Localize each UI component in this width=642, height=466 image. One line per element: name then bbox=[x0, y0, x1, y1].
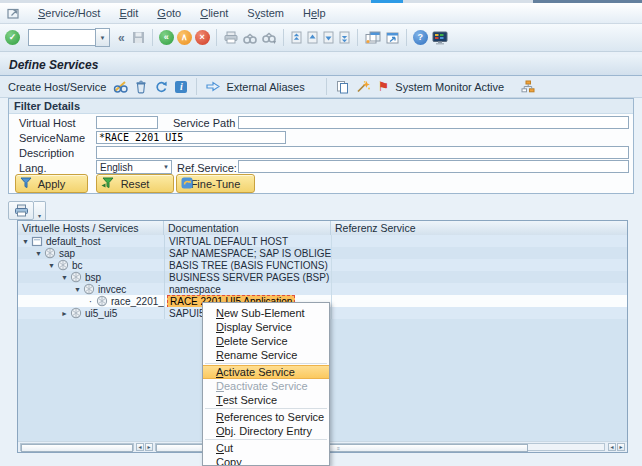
menu-item-activate-service[interactable]: Activate Service bbox=[203, 365, 329, 379]
reset-button[interactable]: Reset bbox=[96, 174, 174, 193]
expander-open-icon[interactable]: ▼ bbox=[72, 286, 83, 293]
table-row-default-host[interactable]: ▼ default_host VIRTUAL DEFAULT HOST bbox=[18, 235, 627, 247]
page-up-icon[interactable] bbox=[306, 30, 319, 45]
menu-item-display-service[interactable]: Display Service bbox=[203, 320, 329, 334]
menu-separator bbox=[205, 439, 327, 440]
referenz-cell bbox=[331, 247, 627, 259]
column-header-hosts-services[interactable]: Virtuelle Hosts / Services bbox=[18, 221, 164, 235]
save-icon[interactable] bbox=[131, 30, 146, 45]
system-toolbar: ✓ ▼ « « ∧ × ? bbox=[0, 24, 642, 52]
create-shortcut-icon[interactable] bbox=[385, 30, 400, 45]
last-page-icon[interactable] bbox=[338, 30, 351, 45]
scroll-right-icon[interactable]: ► bbox=[617, 443, 625, 451]
tree-column-scrollbar[interactable] bbox=[20, 443, 134, 451]
print-options-dropdown-icon[interactable]: ▾ bbox=[34, 201, 46, 221]
menu-item-references-to-service[interactable]: References to Service bbox=[203, 410, 329, 424]
page-down-icon[interactable] bbox=[322, 30, 335, 45]
expander-open-icon[interactable]: ▼ bbox=[33, 250, 44, 257]
service-path-input[interactable] bbox=[238, 116, 629, 129]
cancel-icon[interactable]: × bbox=[195, 30, 210, 45]
menu-item-copy[interactable]: Copy bbox=[203, 455, 329, 466]
back-icon[interactable]: « bbox=[159, 30, 174, 45]
filter-details-title: Filter Details bbox=[9, 99, 633, 114]
collapse-toolbar-icon[interactable]: « bbox=[118, 31, 125, 45]
fine-tune-button[interactable]: Fine-Tune bbox=[176, 174, 255, 193]
virtual-host-input[interactable] bbox=[96, 116, 158, 129]
change-display-icon[interactable] bbox=[111, 79, 129, 94]
menu-service-host[interactable]: Service/Host bbox=[36, 6, 102, 20]
info-icon[interactable]: i bbox=[174, 80, 188, 94]
expander-open-icon[interactable]: ▼ bbox=[46, 262, 57, 269]
wizard-wand-icon[interactable] bbox=[355, 79, 372, 94]
virtual-host-label: Virtual Host bbox=[19, 117, 76, 129]
toolbar-separator bbox=[216, 29, 217, 46]
system-monitor-active-label: System Monitor Active bbox=[395, 81, 504, 93]
expander-open-icon[interactable]: ▼ bbox=[20, 238, 31, 245]
menu-system[interactable]: System bbox=[245, 6, 286, 20]
expander-open-icon[interactable]: ▼ bbox=[59, 274, 70, 281]
help-icon[interactable]: ? bbox=[413, 30, 428, 45]
find-icon[interactable] bbox=[242, 31, 258, 45]
description-input[interactable] bbox=[96, 146, 629, 159]
filter-details-box: Filter Details Virtual Host Service Path… bbox=[8, 98, 634, 194]
hierarchy-icon[interactable] bbox=[520, 79, 536, 94]
command-input[interactable] bbox=[28, 29, 95, 46]
apply-button[interactable]: Apply bbox=[15, 174, 88, 193]
system-menu-icon[interactable] bbox=[6, 6, 21, 20]
enter-icon[interactable]: ✓ bbox=[5, 30, 20, 45]
table-row-invcec[interactable]: ▼ invcec namespace bbox=[18, 283, 627, 295]
create-host-service-button[interactable]: Create Host/Service bbox=[8, 81, 106, 93]
service-icon bbox=[83, 283, 95, 295]
new-session-icon[interactable] bbox=[364, 30, 382, 45]
menu-separator bbox=[205, 408, 327, 409]
ref-service-input[interactable] bbox=[238, 160, 629, 173]
menu-help[interactable]: Help bbox=[301, 6, 328, 20]
scroll-left-icon[interactable]: ◄ bbox=[136, 443, 144, 451]
toolbar-separator bbox=[152, 29, 153, 46]
print-table-icon[interactable] bbox=[8, 201, 34, 220]
chevron-down-icon: ▼ bbox=[163, 164, 171, 170]
menu-item-test-service[interactable]: Test Service bbox=[203, 393, 329, 407]
find-next-icon[interactable] bbox=[261, 31, 277, 45]
external-aliases-arrow-icon[interactable] bbox=[205, 80, 221, 93]
menu-client[interactable]: Client bbox=[198, 6, 230, 20]
toolbar-separator bbox=[196, 78, 197, 95]
table-row-sap[interactable]: ▼ sap SAP NAMESPACE; SAP IS OBLIGED NOT … bbox=[18, 247, 627, 259]
referenz-cell bbox=[331, 295, 627, 307]
delete-trash-icon[interactable] bbox=[134, 79, 148, 95]
menu-item-rename-service[interactable]: Rename Service bbox=[203, 348, 329, 362]
leaf-dot-icon: · bbox=[85, 296, 96, 307]
host-icon bbox=[31, 236, 43, 247]
expander-closed-icon[interactable]: ► bbox=[59, 310, 70, 317]
scrollbar-thumb[interactable] bbox=[21, 444, 133, 452]
service-icon bbox=[96, 295, 108, 307]
reset-filter-icon bbox=[101, 177, 114, 189]
command-dropdown-icon[interactable]: ▼ bbox=[95, 28, 110, 47]
table-row-bc[interactable]: ▼ bc BASIS TREE (BASIS FUNCTIONS) bbox=[18, 259, 627, 271]
print-icon[interactable] bbox=[223, 30, 239, 45]
menu-edit[interactable]: Edit bbox=[117, 6, 140, 20]
menu-goto[interactable]: Goto bbox=[155, 6, 183, 20]
context-menu: New Sub-Element Display Service Delete S… bbox=[202, 302, 330, 466]
menu-item-delete-service[interactable]: Delete Service bbox=[203, 334, 329, 348]
service-name-input[interactable] bbox=[96, 131, 286, 144]
language-select[interactable]: English▼ bbox=[96, 160, 172, 174]
column-header-documentation[interactable]: Documentation bbox=[164, 221, 331, 235]
scroll-left-icon[interactable]: ◄ bbox=[608, 443, 616, 451]
referenz-cell bbox=[331, 283, 627, 295]
copy-clipboard-icon[interactable] bbox=[335, 79, 350, 95]
menubar: Service/Host Edit Goto Client System Hel… bbox=[0, 3, 642, 24]
referenz-cell bbox=[331, 271, 627, 283]
menu-item-cut[interactable]: Cut bbox=[203, 441, 329, 455]
sap-gui-monitor-icon[interactable] bbox=[431, 30, 449, 46]
external-aliases-button[interactable]: External Aliases bbox=[226, 81, 304, 93]
scroll-right-icon[interactable]: ► bbox=[145, 443, 153, 451]
table-print-controls: ▾ bbox=[8, 201, 46, 221]
first-page-icon[interactable] bbox=[290, 30, 303, 45]
column-header-referenz-service[interactable]: Referenz Service bbox=[331, 221, 627, 235]
menu-item-new-sub-element[interactable]: New Sub-Element bbox=[203, 306, 329, 320]
exit-icon[interactable]: ∧ bbox=[177, 30, 192, 45]
menu-item-obj-directory-entry[interactable]: Obj. Directory Entry bbox=[203, 424, 329, 438]
refresh-icon[interactable] bbox=[153, 79, 169, 94]
table-row-bsp[interactable]: ▼ bsp BUSINESS SERVER PAGES (BSP) RUNTIM… bbox=[18, 271, 627, 283]
